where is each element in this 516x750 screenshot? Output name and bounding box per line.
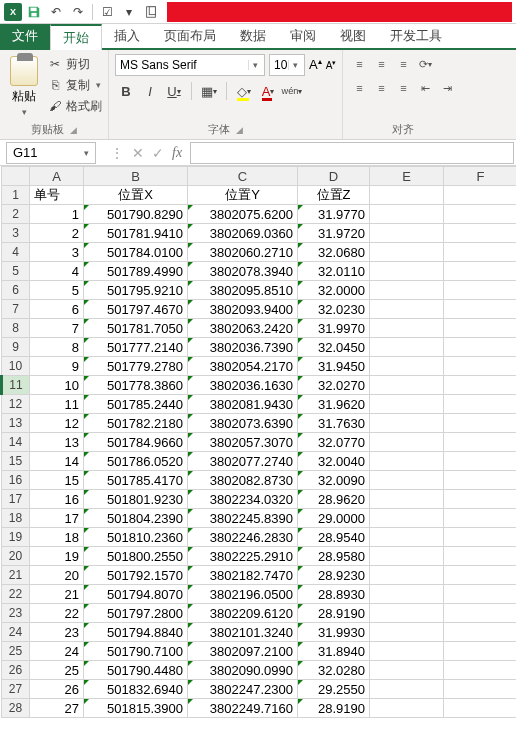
cell[interactable] — [444, 528, 517, 547]
cell[interactable] — [370, 338, 444, 357]
cell[interactable]: 单号 — [30, 186, 84, 205]
cell[interactable]: 501789.4990 — [84, 262, 188, 281]
increase-indent-button[interactable]: ⇥ — [437, 78, 457, 98]
row-header[interactable]: 3 — [2, 224, 30, 243]
cell[interactable] — [444, 224, 517, 243]
cell[interactable]: 501784.9660 — [84, 433, 188, 452]
cell[interactable]: 501786.0520 — [84, 452, 188, 471]
cell[interactable] — [370, 585, 444, 604]
cell[interactable] — [370, 300, 444, 319]
name-box[interactable]: G11▾ — [6, 142, 96, 164]
cell[interactable]: 18 — [30, 528, 84, 547]
cell[interactable] — [370, 205, 444, 224]
cell[interactable]: 3802097.2100 — [188, 642, 298, 661]
font-color-button[interactable]: A▾ — [257, 80, 279, 102]
cell[interactable]: 31.9450 — [298, 357, 370, 376]
cell[interactable] — [444, 566, 517, 585]
row-header[interactable]: 7 — [2, 300, 30, 319]
formula-input[interactable] — [190, 142, 514, 164]
cell[interactable] — [444, 623, 517, 642]
increase-font-button[interactable]: A▴ — [309, 57, 322, 72]
cell[interactable]: 501785.4170 — [84, 471, 188, 490]
row-header[interactable]: 11 — [2, 376, 30, 395]
cell[interactable]: 32.0090 — [298, 471, 370, 490]
cell[interactable] — [444, 452, 517, 471]
cell[interactable]: 19 — [30, 547, 84, 566]
cell[interactable]: 3802095.8510 — [188, 281, 298, 300]
cell[interactable] — [370, 471, 444, 490]
cell[interactable] — [370, 528, 444, 547]
cell[interactable]: 3802245.8390 — [188, 509, 298, 528]
cell[interactable] — [370, 623, 444, 642]
cell[interactable]: 28.9190 — [298, 699, 370, 718]
cell[interactable]: 3 — [30, 243, 84, 262]
fill-color-button[interactable]: ◇▾ — [233, 80, 255, 102]
copy-button[interactable]: ⎘复制▾ — [48, 75, 102, 95]
cell[interactable] — [370, 452, 444, 471]
cell[interactable]: 3802246.2830 — [188, 528, 298, 547]
cell[interactable]: 3802057.3070 — [188, 433, 298, 452]
cell[interactable] — [370, 547, 444, 566]
font-name-select[interactable]: MS Sans Serif▾ — [115, 54, 265, 76]
cell[interactable]: 3802225.2910 — [188, 547, 298, 566]
cell[interactable] — [370, 357, 444, 376]
cell[interactable]: 3802182.7470 — [188, 566, 298, 585]
cell[interactable]: 501797.4670 — [84, 300, 188, 319]
cell[interactable]: 28.9580 — [298, 547, 370, 566]
cell[interactable] — [444, 642, 517, 661]
cell[interactable] — [444, 338, 517, 357]
cell[interactable]: 3802036.7390 — [188, 338, 298, 357]
cell[interactable] — [444, 205, 517, 224]
undo-icon[interactable]: ↶ — [46, 2, 66, 22]
row-header[interactable]: 25 — [2, 642, 30, 661]
cell[interactable] — [370, 604, 444, 623]
enter-icon[interactable]: ✓ — [152, 145, 164, 161]
select-all-corner[interactable] — [2, 167, 30, 186]
cell[interactable]: 3802234.0320 — [188, 490, 298, 509]
col-header-b[interactable]: B — [84, 167, 188, 186]
cell[interactable]: 25 — [30, 661, 84, 680]
cell[interactable]: 28.8930 — [298, 585, 370, 604]
cell[interactable]: 31.8940 — [298, 642, 370, 661]
font-dialog-launcher[interactable]: ◢ — [236, 125, 243, 135]
cell[interactable]: 501801.9230 — [84, 490, 188, 509]
cell[interactable]: 31.9620 — [298, 395, 370, 414]
row-header[interactable]: 10 — [2, 357, 30, 376]
cell[interactable] — [444, 376, 517, 395]
cell[interactable]: 3802081.9430 — [188, 395, 298, 414]
row-header[interactable]: 23 — [2, 604, 30, 623]
cell[interactable]: 7 — [30, 319, 84, 338]
cell[interactable] — [444, 414, 517, 433]
cell[interactable]: 501777.2140 — [84, 338, 188, 357]
row-header[interactable]: 2 — [2, 205, 30, 224]
cell[interactable]: 32.0680 — [298, 243, 370, 262]
cell[interactable]: 21 — [30, 585, 84, 604]
bold-button[interactable]: B — [115, 80, 137, 102]
cell[interactable]: 501832.6940 — [84, 680, 188, 699]
cell[interactable]: 501800.2550 — [84, 547, 188, 566]
row-header[interactable]: 1 — [2, 186, 30, 205]
row-header[interactable]: 22 — [2, 585, 30, 604]
cell[interactable]: 24 — [30, 642, 84, 661]
cell[interactable]: 3802060.2710 — [188, 243, 298, 262]
cell[interactable]: 26 — [30, 680, 84, 699]
cell[interactable]: 32.0110 — [298, 262, 370, 281]
cell[interactable] — [370, 680, 444, 699]
cell[interactable] — [444, 243, 517, 262]
row-header[interactable]: 26 — [2, 661, 30, 680]
row-header[interactable]: 12 — [2, 395, 30, 414]
paste-button[interactable]: 粘贴 ▾ — [6, 54, 42, 122]
cell[interactable] — [444, 395, 517, 414]
cell[interactable] — [370, 642, 444, 661]
cell[interactable]: 501790.7100 — [84, 642, 188, 661]
cell[interactable]: 29.0000 — [298, 509, 370, 528]
row-header[interactable]: 21 — [2, 566, 30, 585]
cell[interactable]: 3802069.0360 — [188, 224, 298, 243]
row-header[interactable]: 8 — [2, 319, 30, 338]
cell[interactable] — [370, 376, 444, 395]
redo-icon[interactable]: ↷ — [68, 2, 88, 22]
cell[interactable] — [370, 243, 444, 262]
cancel-icon[interactable]: ✕ — [132, 145, 144, 161]
cell[interactable] — [444, 547, 517, 566]
cell[interactable]: 17 — [30, 509, 84, 528]
